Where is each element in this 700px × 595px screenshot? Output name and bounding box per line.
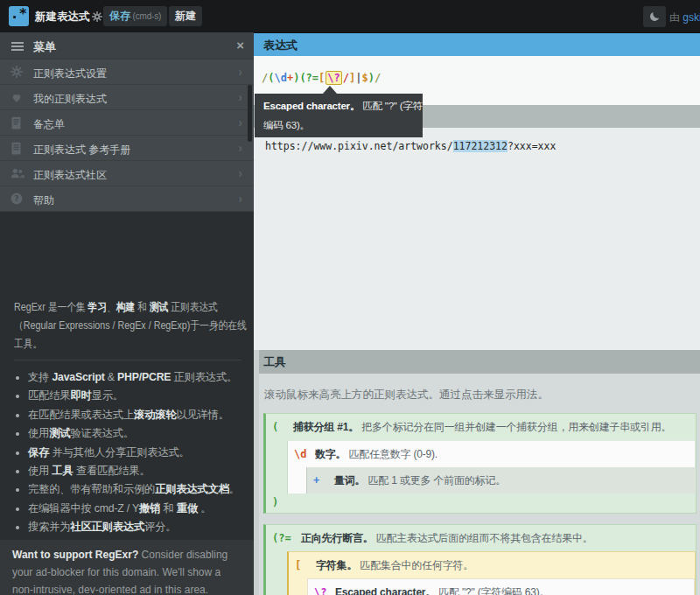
ad-notice: Want to support RegExr? Consider disabli… [0, 540, 254, 595]
regex-token[interactable]: \? [326, 71, 341, 85]
chevron-right-icon: › [238, 141, 242, 155]
chevron-right-icon: › [238, 116, 242, 130]
feature-item: 完整的、带有帮助和示例的正则表达式文档。 [28, 480, 252, 499]
explain-row-group-close[interactable]: ) [266, 494, 696, 513]
feature-item: 搜索并为社区正则表达式评分。 [28, 518, 252, 536]
menu-header: 菜单 × [0, 32, 254, 60]
text-editor[interactable]: https://www.pixiv.net/artworks/117212312… [254, 128, 700, 350]
regex-token[interactable]: $ [361, 72, 368, 84]
sidebar: 菜单 × 正则表达式设置›我的正则表达式›备忘单›正则表达式 参考手册›正则表达… [0, 32, 254, 595]
explain-row-escaped[interactable]: \? Escaped character。 匹配 "?" (字符编码 63)。 [307, 578, 695, 595]
top-bar: .* 新建表达式 保存 (cmd-s) 新建 由 gskin [0, 0, 700, 32]
regex-token[interactable]: [ [318, 72, 325, 84]
byline: 由 gskin [669, 10, 700, 25]
theme-toggle-button[interactable] [643, 6, 666, 27]
expression-header: 表达式 [254, 32, 700, 56]
regex-token[interactable]: / [374, 72, 381, 84]
regex-input[interactable]: /(\d+)(?=[\?/]|$)/ [262, 72, 381, 84]
pattern-title[interactable]: 新建表达式 [35, 10, 90, 24]
moon-icon [649, 10, 661, 22]
new-button[interactable]: 新建 [169, 6, 202, 26]
explain-row-charset[interactable]: [ 字符集。 匹配集合中的任何字符。 \? Escaped character。… [287, 551, 696, 595]
book-icon [10, 142, 24, 156]
menu-icon[interactable] [11, 42, 24, 52]
feature-item: 使用测试验证表达式。 [28, 424, 252, 443]
sidebar-item-1[interactable]: 我的正则表达式› [0, 85, 254, 110]
sidebar-item-5[interactable]: ?帮助› [0, 186, 254, 212]
sidebar-item-0[interactable]: 正则表达式设置› [0, 60, 254, 85]
svg-text:?: ? [14, 194, 18, 203]
feature-item: 在匹配结果或表达式上滚动滚轮以见详情。 [28, 406, 252, 424]
match-highlight: 117212312 [453, 140, 508, 152]
explain-row-group-open[interactable]: ( 捕获分组 #1。 把多个标记分在同一组并创建一个捕获分组，用来创建子串或引用… [266, 414, 696, 440]
sidebar-item-2[interactable]: 备忘单› [0, 110, 254, 136]
pattern-settings-gear-icon[interactable] [92, 10, 102, 25]
tools-panel: 滚动鼠标来高亮上方的正则表达式。通过点击来显示用法。 ( 捕获分组 #1。 把多… [259, 374, 700, 595]
author-link[interactable]: gskin [682, 11, 700, 24]
feature-item: 支持 JavaScript & PHP/PCRE 正则表达式。 [28, 368, 252, 387]
chevron-right-icon: › [238, 192, 242, 206]
about-text: RegExr 是一个集 学习、构建 和 测试 正则表达式 （Regular Ex… [14, 298, 250, 354]
chevron-right-icon: › [238, 65, 242, 79]
feature-item: 使用 工具 查看匹配结果。 [28, 462, 252, 480]
chevron-right-icon: › [238, 166, 242, 180]
sample-text[interactable]: https://www.pixiv.net/artworks/117212312… [265, 140, 556, 152]
sidebar-item-4[interactable]: 正则表达式社区› [0, 161, 254, 186]
feature-item: 保存 并与其他人分享正则表达式。 [28, 444, 252, 462]
community-icon [10, 167, 24, 181]
close-icon[interactable]: × [236, 38, 244, 52]
divider [14, 360, 242, 360]
tools-instruction: 滚动鼠标来高亮上方的正则表达式。通过点击来显示用法。 [264, 388, 696, 402]
explain-row-lookahead[interactable]: (?= 正向先行断言。 匹配主表达式后面的组而不将其包含在结果中。 [266, 525, 696, 551]
help-icon: ? [10, 192, 24, 206]
heart-icon [10, 91, 24, 105]
regex-token[interactable]: \d [274, 72, 286, 84]
regexr-logo[interactable]: .* [9, 6, 29, 26]
feature-item: 在编辑器中按 cmd-Z / Y撤销 和 重做 。 [28, 500, 252, 518]
chevron-right-icon: › [238, 90, 242, 104]
tools-header[interactable]: 工具 [259, 350, 700, 374]
cheatsheet-icon [10, 116, 24, 130]
feature-item: 匹配结果即时显示。 [28, 387, 252, 405]
sidebar-item-3[interactable]: 正则表达式 参考手册› [0, 136, 254, 161]
regex-token[interactable]: (?= [299, 72, 318, 84]
explain-row-digit[interactable]: \d 数字。 匹配任意数字 (0-9). + 量词。 匹配 1 或更多 个前面的… [287, 440, 696, 494]
explain-group-1: ( 捕获分组 #1。 把多个标记分在同一组并创建一个捕获分组，用来创建子串或引用… [263, 413, 696, 514]
explain-group-2: (?= 正向先行断言。 匹配主表达式后面的组而不将其包含在结果中。 [ 字符集。… [263, 524, 696, 595]
save-button[interactable]: 保存 (cmd-s) [103, 6, 167, 26]
gear-icon [10, 66, 24, 80]
explain-row-quantifier[interactable]: + 量词。 匹配 1 或更多 个前面的标记。 [306, 467, 695, 494]
tooltip-arrow [323, 86, 337, 94]
token-tooltip: Escaped character。 匹配 "?" (字符 编码 63)。 [255, 94, 423, 137]
regex-token[interactable]: ) [368, 72, 374, 84]
sidebar-info: RegExr 是一个集 学习、构建 和 测试 正则表达式 （Regular Ex… [0, 212, 254, 595]
feature-list: 支持 JavaScript & PHP/PCRE 正则表达式。匹配结果即时显示。… [14, 368, 252, 537]
regex-token[interactable]: / [343, 72, 349, 84]
sidebar-scrollbar[interactable] [248, 85, 252, 142]
menu-title: 菜单 [33, 39, 56, 55]
